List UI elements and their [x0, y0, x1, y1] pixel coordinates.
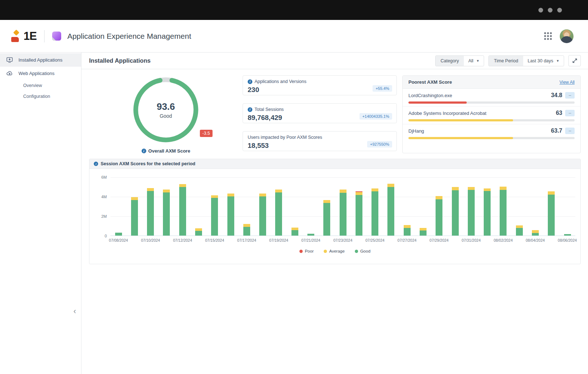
stat-card-users-impacted: Users impacted by Poor AXM Scores 18,553… [243, 131, 397, 151]
stacked-bar-07/09/2024 [131, 197, 138, 236]
page-title: Installed Applications [89, 57, 151, 64]
chevron-down-icon: ▼ [476, 59, 479, 63]
info-icon[interactable]: i [142, 149, 146, 153]
bar-slot [367, 177, 383, 236]
stacked-bar-07/12/2024 [179, 184, 186, 236]
app-name: LordCrashington.exe [408, 93, 551, 98]
bar-slot [271, 177, 287, 236]
stacked-bar-08/06/2024 [564, 234, 571, 236]
legend-item-good[interactable]: Good [355, 249, 370, 253]
window-dot-icon[interactable] [548, 8, 553, 12]
score-progress-track [408, 101, 575, 104]
user-avatar[interactable] [560, 29, 574, 43]
view-all-link[interactable]: View All [559, 80, 575, 85]
score-progress-fill [408, 101, 467, 104]
axm-product-icon [52, 32, 61, 41]
trend-flat-chip[interactable]: – [565, 110, 575, 116]
app-title: Application Experience Management [67, 32, 191, 41]
bar-slot [399, 177, 415, 236]
sidebar-item-configuration[interactable]: Configuration [0, 91, 81, 102]
stat-card-total-sessions: i Total Sessions 89,768,429 +14004335.1% [243, 103, 397, 123]
session-bar-chart: 6M 4M 2M 0 [110, 177, 575, 236]
info-icon[interactable]: i [248, 79, 252, 84]
x-tick: 07/08/2024 [109, 238, 128, 242]
bar-slot [223, 177, 239, 236]
stacked-bar-07/11/2024 [163, 190, 170, 236]
header-divider [44, 30, 45, 42]
stacked-bar-07/24/2024 [356, 191, 362, 236]
bar-slot [351, 177, 367, 236]
page-toolbar: Installed Applications Category All ▼ Ti… [81, 53, 588, 69]
bar-slot [303, 177, 319, 236]
window-control-dots[interactable] [538, 8, 562, 12]
bar-slot [190, 177, 206, 236]
sidebar-collapse-chevron-icon[interactable]: ‹ [74, 307, 76, 315]
logo-text: 1E [24, 30, 37, 43]
bar-slot [383, 177, 399, 236]
x-tick: 07/15/2024 [205, 238, 224, 242]
sidebar-item-installed-applications[interactable]: Installed Applications [0, 53, 81, 67]
app-score: 63 [556, 110, 562, 116]
app-name: Adobe Systems Incorporated Acrobat [408, 111, 556, 116]
info-icon[interactable]: i [248, 107, 252, 112]
x-tick: 07/21/2024 [301, 238, 320, 242]
sidebar-item-label: Web Applications [18, 71, 55, 76]
stat-trend-badge: +927550% [367, 141, 392, 147]
poorest-card-title: Poorest AXM Score [408, 79, 452, 85]
stacked-bar-07/17/2024 [243, 224, 250, 236]
bar-slot [415, 177, 431, 236]
poorest-row: LordCrashington.exe 34.8 – [403, 89, 580, 106]
1e-logo[interactable]: 1E [11, 30, 37, 43]
x-tick: 07/19/2024 [269, 238, 289, 242]
stat-trend-badge: +14004335.1% [360, 113, 392, 120]
window-dot-icon[interactable] [538, 8, 543, 12]
legend-dot-icon [324, 250, 327, 253]
bar-slot [447, 177, 463, 236]
category-filter[interactable]: Category All ▼ [435, 55, 484, 66]
legend-dot-icon [299, 250, 303, 253]
app-header: 1E Application Experience Management [0, 20, 588, 53]
donut-caption: Overall AXM Score [148, 148, 190, 154]
axm-score-delta-badge: -3.5 [200, 130, 213, 137]
stacked-bar-07/20/2024 [291, 228, 298, 236]
trend-flat-chip[interactable]: – [565, 128, 575, 134]
stacked-bar-07/31/2024 [468, 187, 475, 236]
stat-card-applications-and-versions: i Applications and Versions 230 +55.4% [243, 75, 397, 95]
stat-trend-badge: +55.4% [373, 85, 392, 92]
bar-slot [511, 177, 527, 236]
sidebar-item-overview[interactable]: Overview [0, 80, 81, 91]
stacked-bar-08/02/2024 [500, 187, 507, 236]
bar-slot [287, 177, 303, 236]
time-period-filter-label: Time Period [489, 56, 523, 66]
expand-icon [572, 58, 578, 63]
app-score: 34.8 [551, 92, 562, 99]
bar-slot [239, 177, 255, 236]
fullscreen-button[interactable] [568, 55, 581, 66]
stacked-bar-07/28/2024 [420, 228, 427, 236]
poorest-row: DjHang 63.7 – [403, 124, 580, 142]
poorest-row: Adobe Systems Incorporated Acrobat 63 – [403, 106, 580, 124]
chart-title: Session AXM Scores for the selected peri… [101, 161, 195, 166]
time-period-filter[interactable]: Time Period Last 30 days ▼ [488, 55, 564, 66]
legend-item-poor[interactable]: Poor [299, 249, 314, 253]
1e-logo-mark-icon [11, 30, 22, 43]
legend-label: Average [329, 249, 345, 253]
monitor-download-icon [6, 57, 13, 63]
window-dot-icon[interactable] [557, 8, 562, 12]
session-axm-scores-card: i Session AXM Scores for the selected pe… [89, 159, 581, 264]
sidebar-item-web-applications[interactable]: Web Applications [0, 67, 81, 80]
x-axis-labels: 07/08/202407/10/202407/12/202407/15/2024… [110, 238, 575, 245]
legend-item-average[interactable]: Average [324, 249, 345, 253]
info-icon[interactable]: i [94, 162, 98, 166]
y-tick: 2M [94, 214, 107, 219]
bar-slot [431, 177, 447, 236]
bar-slot [143, 177, 159, 236]
axm-score-rating: Good [160, 113, 172, 119]
x-tick: 07/12/2024 [173, 238, 192, 242]
x-tick: 07/31/2024 [462, 238, 481, 242]
bars [110, 177, 575, 236]
trend-flat-chip[interactable]: – [565, 92, 575, 99]
y-tick: 4M [94, 195, 107, 199]
app-switcher-icon[interactable] [544, 32, 552, 40]
stacked-bar-08/05/2024 [548, 191, 555, 236]
